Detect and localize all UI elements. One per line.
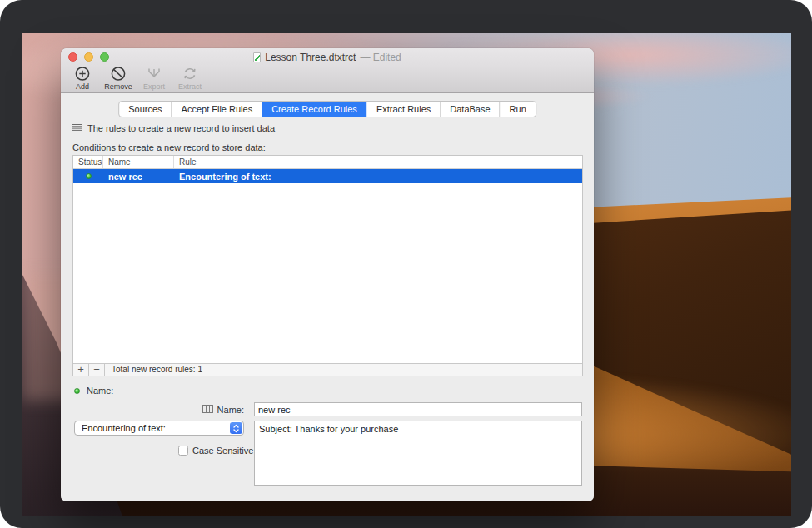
status-dot-icon [86,173,92,179]
tab-database[interactable]: DataBase [440,102,499,117]
columns-icon [202,405,213,415]
detail-section-header: Name: [74,386,113,396]
table-row[interactable]: new rec Encountering of text: [73,169,582,183]
name-field-label: Name: [61,405,244,415]
case-sensitive-checkbox[interactable] [178,446,188,456]
titlebar[interactable]: Lesson Three.dtxtrct — Edited [61,48,594,66]
description-line: The rules to create a new record to inse… [72,123,275,133]
add-rule-button[interactable]: + [73,364,89,376]
tab-bar: Sources Accept File Rules Create Record … [118,101,536,117]
tab-sources[interactable]: Sources [119,102,171,117]
table-footer: + − Total new record rules: 1 [73,363,582,376]
window-header: Lesson Three.dtxtrct — Edited Add [61,48,594,93]
rule-type-value: Encountering of text: [82,423,166,433]
document-icon [253,52,261,62]
window-title: Lesson Three.dtxtrct — Edited [61,52,594,63]
extract-button-label: Extract [178,83,202,91]
name-input[interactable] [254,402,582,416]
export-icon [145,66,163,82]
remove-button[interactable]: Remove [104,66,132,91]
export-button-label: Export [143,83,165,91]
app-window: Lesson Three.dtxtrct — Edited Add [61,48,594,501]
case-sensitive-label: Case Sensitive [192,446,253,456]
add-button-label: Add [76,83,89,91]
tab-extract-rules[interactable]: Extract Rules [366,102,440,117]
row-rule-cell: Encountering of text: [174,172,582,182]
dropdown-stepper-icon [230,422,242,434]
tab-accept-file-rules[interactable]: Accept File Rules [172,102,262,117]
column-header-status: Status [73,156,103,168]
tab-create-record-rules[interactable]: Create Record Rules [262,102,366,117]
rules-count-summary: Total new record rules: 1 [105,364,202,376]
add-button[interactable]: Add [68,66,97,91]
remove-rule-button[interactable]: − [89,364,105,376]
row-status-cell [73,173,103,179]
window-title-suffix: — Edited [360,52,401,63]
extract-button[interactable]: Extract [176,66,204,91]
window-title-text: Lesson Three.dtxtrct [265,52,356,63]
table-empty-area [73,183,582,363]
rule-type-dropdown[interactable]: Encountering of text: [74,421,244,436]
status-dot-icon [74,388,80,394]
remove-button-label: Remove [104,83,132,91]
extract-icon [181,66,199,82]
export-button[interactable]: Export [140,66,168,91]
column-header-rule: Rule [174,156,582,168]
remove-icon [109,66,127,82]
column-header-name: Name [103,156,174,168]
conditions-label: Conditions to create a new record to sto… [72,142,266,152]
row-name-cell: new rec [103,172,174,182]
window-content: Sources Accept File Rules Create Record … [61,93,594,501]
name-label-text: Name: [217,405,244,415]
detail-section-label: Name: [87,386,113,396]
table-header: Status Name Rule [73,156,582,169]
screenshot-stage: Lesson Three.dtxtrct — Edited Add [0,0,812,528]
description-text: The rules to create a new record to inse… [87,123,275,133]
add-icon [73,66,92,82]
case-sensitive-row: Case Sensitive [178,446,253,456]
tab-run[interactable]: Run [500,102,536,117]
toolbar: Add Remove Export [61,66,594,93]
pattern-textarea[interactable]: Subject: Thanks for your purchase [254,421,582,486]
device-bezel: Lesson Three.dtxtrct — Edited Add [0,0,812,528]
rules-table: Status Name Rule new rec Encountering of… [72,155,583,376]
list-icon [72,123,82,133]
